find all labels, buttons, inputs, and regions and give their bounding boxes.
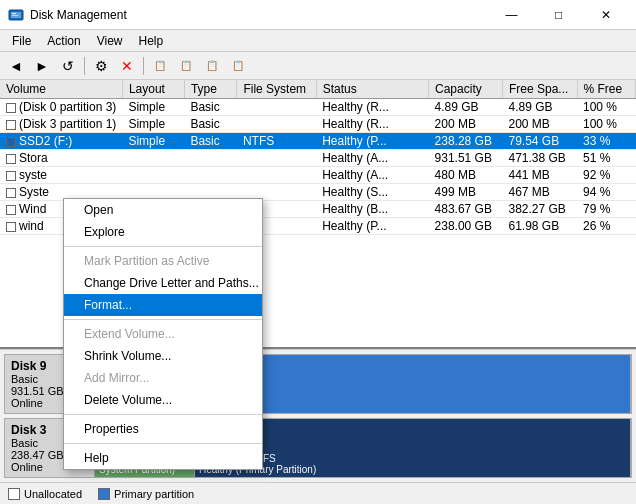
menu-help[interactable]: Help: [131, 32, 172, 50]
cell-free: 4.89 GB: [502, 99, 577, 116]
context-menu-item: Mark Partition as Active: [64, 250, 262, 272]
cell-capacity: 238.00 GB: [429, 218, 503, 235]
toolbar: ◄ ► ↺ ⚙ ✕ 📋 📋 📋 📋: [0, 52, 636, 80]
cell-capacity: 499 MB: [429, 184, 503, 201]
cell-layout: Simple: [122, 99, 184, 116]
table-row[interactable]: StoraHealthy (A...931.51 GB471.38 GB51 %: [0, 150, 636, 167]
context-menu: OpenExploreMark Partition as ActiveChang…: [63, 198, 263, 470]
cell-capacity: 931.51 GB: [429, 150, 503, 167]
cell-pct: 100 %: [577, 116, 636, 133]
cell-type: [184, 150, 236, 167]
toolbar-btn1[interactable]: 📋: [148, 55, 172, 77]
cell-free: 467 MB: [502, 184, 577, 201]
cell-capacity: 4.89 GB: [429, 99, 503, 116]
table-row[interactable]: (Disk 0 partition 3)SimpleBasicHealthy (…: [0, 99, 636, 116]
col-header-pct[interactable]: % Free: [577, 80, 636, 99]
svg-rect-3: [12, 15, 18, 16]
toolbar-delete[interactable]: ✕: [115, 55, 139, 77]
col-header-type[interactable]: Type: [184, 80, 236, 99]
cell-volume: syste: [0, 167, 122, 184]
toolbar-settings[interactable]: ⚙: [89, 55, 113, 77]
table-row[interactable]: SSD2 (F:)SimpleBasicNTFSHealthy (P...238…: [0, 133, 636, 150]
context-menu-item[interactable]: Explore: [64, 221, 262, 243]
status-primary: Primary partition: [98, 488, 194, 500]
cell-free: 471.38 GB: [502, 150, 577, 167]
context-menu-item[interactable]: Format...: [64, 294, 262, 316]
col-header-status[interactable]: Status: [316, 80, 428, 99]
cell-type: [184, 167, 236, 184]
cell-pct: 26 %: [577, 218, 636, 235]
cell-volume: SSD2 (F:): [0, 133, 122, 150]
cell-free: 441 MB: [502, 167, 577, 184]
cell-fs: NTFS: [237, 133, 316, 150]
cell-free: 61.98 GB: [502, 218, 577, 235]
disk-3-ssd2-status: Healthy (Primary Partition): [199, 464, 626, 475]
menu-action[interactable]: Action: [39, 32, 88, 50]
cell-capacity: 238.28 GB: [429, 133, 503, 150]
menu-view[interactable]: View: [89, 32, 131, 50]
toolbar-btn4[interactable]: 📋: [226, 55, 250, 77]
cell-layout: Simple: [122, 133, 184, 150]
cell-pct: 79 %: [577, 201, 636, 218]
app-icon: [8, 7, 24, 23]
unallocated-label: Unallocated: [24, 488, 82, 500]
cell-layout: [122, 167, 184, 184]
cell-layout: [122, 150, 184, 167]
cell-pct: 92 %: [577, 167, 636, 184]
cell-capacity: 480 MB: [429, 167, 503, 184]
maximize-button[interactable]: □: [536, 5, 581, 25]
table-row[interactable]: (Disk 3 partition 1)SimpleBasicHealthy (…: [0, 116, 636, 133]
toolbar-back[interactable]: ◄: [4, 55, 28, 77]
col-header-fs[interactable]: File System: [237, 80, 316, 99]
cell-volume: (Disk 3 partition 1): [0, 116, 122, 133]
context-menu-item[interactable]: Shrink Volume...: [64, 345, 262, 367]
table-row[interactable]: systeHealthy (A...480 MB441 MB92 %: [0, 167, 636, 184]
toolbar-separator-1: [84, 57, 85, 75]
toolbar-separator-2: [143, 57, 144, 75]
cell-status: Healthy (S...: [316, 184, 428, 201]
cell-pct: 94 %: [577, 184, 636, 201]
cell-status: Healthy (R...: [316, 116, 428, 133]
primary-label: Primary partition: [114, 488, 194, 500]
col-header-free[interactable]: Free Spa...: [502, 80, 577, 99]
context-menu-item[interactable]: Help: [64, 447, 262, 469]
status-unallocated: Unallocated: [8, 488, 82, 500]
cell-status: Healthy (A...: [316, 150, 428, 167]
cell-free: 79.54 GB: [502, 133, 577, 150]
context-menu-item: Extend Volume...: [64, 323, 262, 345]
context-menu-item[interactable]: Change Drive Letter and Paths...: [64, 272, 262, 294]
unallocated-dot: [8, 488, 20, 500]
minimize-button[interactable]: —: [489, 5, 534, 25]
cell-volume: Stora: [0, 150, 122, 167]
cell-fs: [237, 167, 316, 184]
toolbar-btn2[interactable]: 📋: [174, 55, 198, 77]
cell-status: Healthy (A...: [316, 167, 428, 184]
close-button[interactable]: ✕: [583, 5, 628, 25]
cell-pct: 51 %: [577, 150, 636, 167]
context-menu-item[interactable]: Delete Volume...: [64, 389, 262, 411]
menu-file[interactable]: File: [4, 32, 39, 50]
cell-status: Healthy (R...: [316, 99, 428, 116]
cell-layout: Simple: [122, 116, 184, 133]
context-menu-item[interactable]: Properties: [64, 418, 262, 440]
col-header-layout[interactable]: Layout: [122, 80, 184, 99]
col-header-capacity[interactable]: Capacity: [429, 80, 503, 99]
svg-rect-2: [12, 13, 16, 14]
toolbar-btn3[interactable]: 📋: [200, 55, 224, 77]
cell-fs: [237, 150, 316, 167]
toolbar-refresh[interactable]: ↺: [56, 55, 80, 77]
toolbar-forward[interactable]: ►: [30, 55, 54, 77]
cell-capacity: 200 MB: [429, 116, 503, 133]
cell-free: 382.27 GB: [502, 201, 577, 218]
context-menu-separator: [64, 246, 262, 247]
col-header-volume[interactable]: Volume: [0, 80, 122, 99]
cell-free: 200 MB: [502, 116, 577, 133]
context-menu-item[interactable]: Open: [64, 199, 262, 221]
cell-status: Healthy (B...: [316, 201, 428, 218]
cell-status: Healthy (P...: [316, 133, 428, 150]
cell-type: Basic: [184, 133, 236, 150]
disk-3-ssd2-name: SSD2 (F:): [199, 441, 626, 453]
status-bar: Unallocated Primary partition: [0, 482, 636, 504]
context-menu-separator: [64, 443, 262, 444]
context-menu-separator: [64, 319, 262, 320]
